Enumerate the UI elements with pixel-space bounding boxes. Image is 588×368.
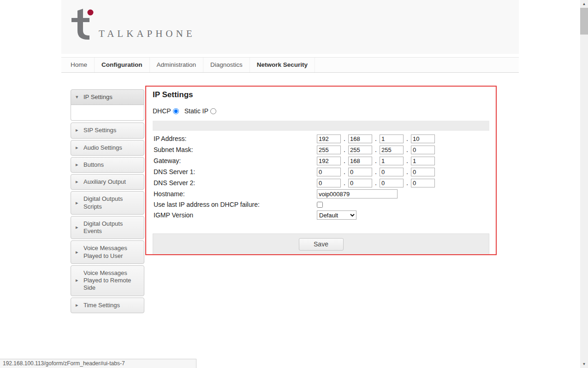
chevron-down-icon: ▾ <box>76 94 78 100</box>
dhcp-failure-label: Use last IP address on DHCP failure: <box>153 201 317 208</box>
chevron-right-icon: ▸ <box>76 249 78 256</box>
dhcp-failure-checkbox[interactable] <box>317 202 323 208</box>
octet-separator: . <box>405 146 410 153</box>
chevron-right-icon: ▸ <box>76 128 78 134</box>
octet-separator: . <box>374 179 378 187</box>
dns-server-1-row: DNS Server 1: . . . <box>153 166 489 177</box>
chevron-right-icon: ▸ <box>76 145 78 151</box>
chevron-right-icon: ▸ <box>76 302 78 309</box>
subnet-mask-octet-3[interactable] <box>380 146 404 154</box>
status-link-preview: 192.168.100.113/goform/zForm_header#ui-t… <box>0 359 196 368</box>
sidebar-item-digital-outputs-scripts[interactable]: ▸ Digital Outputs Scripts <box>71 191 144 215</box>
ip-address-octet-3[interactable] <box>380 134 404 143</box>
sidebar-item-label: Voice Messages Played to User <box>83 245 127 259</box>
nav-tab-diagnostics[interactable]: Diagnostics <box>203 58 250 72</box>
octet-separator: . <box>342 179 347 187</box>
sidebar-item-sip-settings[interactable]: ▸ SIP Settings <box>71 123 144 138</box>
subnet-mask-row: Subnet Mask: . . . <box>153 144 489 155</box>
ip-address-octet-2[interactable] <box>348 134 372 143</box>
dns1-octet-2[interactable] <box>348 168 372 176</box>
octet-separator: . <box>374 157 378 164</box>
dhcp-label: DHCP <box>153 107 171 115</box>
nav-tab-home[interactable]: Home <box>64 58 95 72</box>
octet-separator: . <box>342 135 347 142</box>
sidebar-item-ip-settings[interactable]: ▾ IP Settings <box>71 89 144 105</box>
sidebar-item-voice-messages-remote[interactable]: ▸ Voice Messages Played to Remote Side <box>71 265 144 296</box>
vertical-scrollbar[interactable]: ▲ ▼ <box>580 0 588 368</box>
dns2-octet-4[interactable] <box>411 179 435 187</box>
ip-settings-panel: IP Settings DHCP Static IP IP Address: .… <box>145 86 497 255</box>
dns-server-2-label: DNS Server 2: <box>153 179 317 187</box>
scroll-up-icon[interactable]: ▲ <box>580 0 588 8</box>
gateway-octet-3[interactable] <box>380 157 404 165</box>
chevron-right-icon: ▸ <box>76 162 78 168</box>
scroll-down-icon[interactable]: ▼ <box>580 360 588 368</box>
subnet-mask-octet-2[interactable] <box>348 146 372 154</box>
octet-separator: . <box>405 179 410 187</box>
static-ip-label: Static IP <box>184 107 208 115</box>
subnet-mask-octet-1[interactable] <box>317 146 341 154</box>
ip-address-row: IP Address: . . . <box>153 133 489 144</box>
octet-separator: . <box>342 146 347 153</box>
igmp-version-select[interactable]: Default <box>317 210 356 220</box>
octet-separator: . <box>374 146 378 153</box>
page-title: IP Settings <box>153 90 489 99</box>
save-button[interactable]: Save <box>299 238 344 251</box>
static-ip-radio[interactable] <box>210 108 216 114</box>
dns-server-2-row: DNS Server 2: . . . <box>153 177 489 188</box>
talkaphone-t-icon <box>68 6 98 43</box>
sidebar-item-label: Auxiliary Output <box>83 178 126 185</box>
gateway-octet-4[interactable] <box>411 157 435 165</box>
ip-address-label: IP Address: <box>153 135 317 142</box>
igmp-version-label: IGMP Version <box>153 211 317 219</box>
subnet-mask-octet-4[interactable] <box>411 146 435 154</box>
content-column: TALKAPHONE Home Configuration Administra… <box>61 0 519 368</box>
gateway-row: Gateway: . . . <box>153 155 489 166</box>
sidebar-item-digital-outputs-events[interactable]: ▸ Digital Outputs Events <box>71 216 144 239</box>
talkaphone-logo: TALKAPHONE <box>68 6 195 43</box>
gateway-label: Gateway: <box>153 157 317 164</box>
chevron-right-icon: ▸ <box>76 224 78 231</box>
settings-accordion: ▾ IP Settings ▸ SIP Settings ▸ Audio Set… <box>71 89 144 315</box>
sidebar-item-auxiliary-output[interactable]: ▸ Auxiliary Output <box>71 174 144 190</box>
sidebar-item-label: Digital Outputs Events <box>83 220 123 234</box>
table-header-band <box>153 121 489 131</box>
scrollbar-thumb[interactable] <box>580 8 588 35</box>
sidebar-panel-ip-settings <box>71 105 144 121</box>
sidebar-item-buttons[interactable]: ▸ Buttons <box>71 157 144 173</box>
dns1-octet-3[interactable] <box>380 168 404 176</box>
octet-separator: . <box>405 135 410 142</box>
nav-tab-administration[interactable]: Administration <box>150 58 204 72</box>
sidebar-item-label: Voice Messages Played to Remote Side <box>83 269 131 292</box>
gateway-octet-2[interactable] <box>348 157 372 165</box>
hostname-row: Hostname: <box>153 188 489 199</box>
ip-address-octet-1[interactable] <box>317 134 341 143</box>
nav-tab-network-security[interactable]: Network Security <box>250 58 315 72</box>
subnet-mask-label: Subnet Mask: <box>153 146 317 153</box>
chevron-right-icon: ▸ <box>76 277 78 284</box>
header-logo-band: TALKAPHONE <box>61 0 519 54</box>
sidebar-item-label: SIP Settings <box>83 127 116 134</box>
sidebar-item-voice-messages-user[interactable]: ▸ Voice Messages Played to User <box>71 240 144 264</box>
sidebar-item-label: Audio Settings <box>83 144 122 151</box>
gateway-octet-1[interactable] <box>317 157 341 165</box>
octet-separator: . <box>374 168 378 175</box>
chevron-right-icon: ▸ <box>76 200 78 206</box>
dhcp-radio[interactable] <box>173 108 179 114</box>
nav-tab-configuration[interactable]: Configuration <box>95 58 149 72</box>
sidebar-item-time-settings[interactable]: ▸ Time Settings <box>71 298 144 313</box>
dns1-octet-4[interactable] <box>411 168 435 176</box>
sidebar-item-label: Digital Outputs Scripts <box>83 195 123 210</box>
ip-address-octet-4[interactable] <box>411 134 435 143</box>
dns-server-1-label: DNS Server 1: <box>153 168 317 175</box>
hostname-input[interactable] <box>317 189 398 199</box>
dns1-octet-1[interactable] <box>317 168 341 176</box>
sidebar-item-audio-settings[interactable]: ▸ Audio Settings <box>71 140 144 156</box>
hostname-label: Hostname: <box>153 190 317 198</box>
dns2-octet-1[interactable] <box>317 179 341 187</box>
main-nav: Home Configuration Administration Diagno… <box>61 57 519 73</box>
dns2-octet-2[interactable] <box>348 179 372 187</box>
dns2-octet-3[interactable] <box>380 179 404 187</box>
ip-mode-row: DHCP Static IP <box>153 107 489 115</box>
sidebar-item-label: Buttons <box>83 161 104 168</box>
